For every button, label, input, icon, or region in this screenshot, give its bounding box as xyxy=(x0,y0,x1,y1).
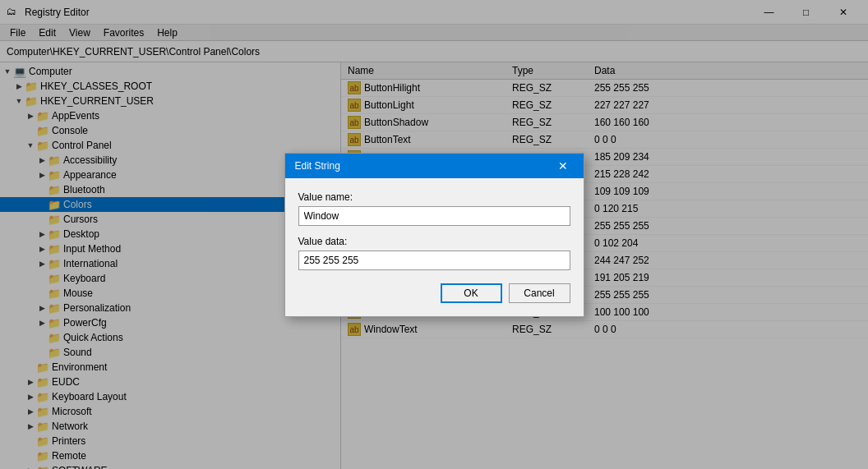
value-data-label: Value data: xyxy=(298,236,570,247)
modal-buttons: OK Cancel xyxy=(298,283,570,303)
modal-body: Value name: Value data: OK Cancel xyxy=(285,178,584,316)
edit-string-dialog: Edit String ✕ Value name: Value data: OK… xyxy=(284,153,584,317)
ok-button[interactable]: OK xyxy=(441,283,502,303)
value-data-input[interactable] xyxy=(298,251,570,270)
cancel-button[interactable]: Cancel xyxy=(509,283,570,303)
value-name-label: Value name: xyxy=(298,191,570,203)
modal-title: Edit String xyxy=(295,160,340,172)
modal-close-button[interactable]: ✕ xyxy=(552,155,574,177)
modal-overlay: Edit String ✕ Value name: Value data: OK… xyxy=(0,0,868,469)
value-name-input[interactable] xyxy=(298,206,570,226)
modal-title-bar: Edit String ✕ xyxy=(285,154,584,178)
